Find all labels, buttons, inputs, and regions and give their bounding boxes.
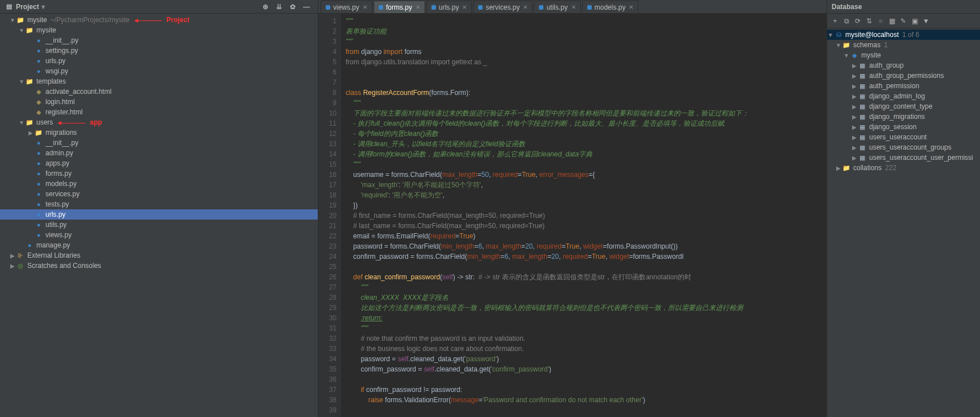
editor-tab[interactable]: urls.py✕ [426, 1, 472, 13]
db-tree-node[interactable]: ▶▦users_useraccount [827, 132, 980, 142]
db-tree-node[interactable]: ▼◆mysite [827, 50, 980, 60]
tree-node[interactable]: ●urls.py [0, 56, 318, 66]
tree-node[interactable]: ▼📁users◂———app [0, 117, 318, 127]
db-tree-node[interactable]: ▶▦users_useraccount_user_permissi [827, 152, 980, 163]
tree-node[interactable]: ◆activate_account.html [0, 86, 318, 97]
db-tree-node[interactable]: ▶▦auth_group_permissions [827, 71, 980, 81]
collapse-icon[interactable]: ⇊ [274, 2, 284, 12]
filter-icon[interactable]: ▼ [920, 15, 932, 27]
sync-icon[interactable]: ⇅ [863, 15, 875, 27]
db-tree-node[interactable]: ▶▦auth_permission [827, 81, 980, 91]
project-tree[interactable]: ▼📁mysite~/PycharmProjects/mysite◂———Proj… [0, 14, 318, 417]
project-header: ▤ Project ▾ ⊕ ⇊ ✿ — [0, 0, 318, 14]
line-gutter: 1234567891011121314151617181920212223242… [318, 14, 341, 417]
tree-node[interactable]: ●__init__.py [0, 138, 318, 148]
edit-icon[interactable]: ✎ [898, 15, 909, 27]
locate-icon[interactable]: ⊕ [260, 2, 271, 12]
db-tree-node[interactable]: ▶▦django_migrations [827, 112, 980, 122]
close-icon[interactable]: ✕ [629, 4, 633, 10]
tree-node[interactable]: ▼📁templates [0, 76, 318, 86]
tree-node[interactable]: ▶📁migrations [0, 127, 318, 138]
tree-node[interactable]: ●apps.py [0, 158, 318, 168]
close-icon[interactable]: ✕ [363, 4, 367, 10]
db-tree-node[interactable]: ▶▦django_session [827, 122, 980, 132]
database-tool-window: Database + ⧉ ⟳ ⇅ ■ ▦ ✎ ▣ ▼ ▼⛁mysite@loca… [827, 0, 980, 417]
database-header: Database [827, 0, 980, 14]
close-icon[interactable]: ✕ [416, 4, 420, 10]
db-tree-node[interactable]: ▶▦django_admin_log [827, 91, 980, 101]
editor-tab[interactable]: utils.py✕ [534, 1, 580, 13]
editor-tabs[interactable]: views.py✕forms.py✕urls.py✕services.py✕ut… [318, 0, 827, 14]
tree-node[interactable]: ●forms.py [0, 168, 318, 179]
database-title: Database [832, 3, 862, 11]
tree-node[interactable]: ▼📁mysite~/PycharmProjects/mysite◂———Proj… [0, 15, 318, 25]
db-tree-node[interactable]: ▶▦django_content_type [827, 101, 980, 112]
tree-node[interactable]: ◆login.html [0, 97, 318, 107]
code-editor[interactable]: 1234567891011121314151617181920212223242… [318, 14, 827, 417]
tree-node[interactable]: ●urls.py [0, 209, 318, 220]
hide-icon[interactable]: — [301, 2, 312, 12]
tree-node[interactable]: ●__init__.py [0, 35, 318, 46]
db-tree-node[interactable]: ▶📁collations222 [827, 163, 980, 173]
tree-node[interactable]: ▶⊪External Libraries [0, 250, 318, 261]
editor-tab[interactable]: services.py✕ [473, 1, 533, 13]
database-toolbar: + ⧉ ⟳ ⇅ ■ ▦ ✎ ▣ ▼ [827, 14, 980, 28]
refresh-icon[interactable]: ⟳ [852, 15, 863, 27]
db-tree-node[interactable]: ▶▦auth_group [827, 60, 980, 71]
db-tree-node[interactable]: ▶▦users_useraccount_groups [827, 142, 980, 152]
tree-node[interactable]: ▼📁mysite [0, 25, 318, 35]
tree-node[interactable]: ▶◎Scratches and Consoles [0, 261, 318, 271]
tree-node[interactable]: ●tests.py [0, 199, 318, 209]
close-icon[interactable]: ✕ [523, 4, 528, 10]
tree-node[interactable]: ●models.py [0, 179, 318, 189]
project-title: Project [16, 3, 39, 11]
editor-tab[interactable]: forms.py✕ [373, 1, 425, 13]
stop-icon[interactable]: ■ [875, 15, 886, 27]
project-icon: ▤ [5, 3, 14, 11]
code-area[interactable]: """ 表单验证功能 """ from django import forms … [341, 14, 827, 417]
db-tree-node[interactable]: ▼⛁mysite@localhost1 of 6 [827, 30, 980, 40]
editor-panel: views.py✕forms.py✕urls.py✕services.py✕ut… [318, 0, 827, 417]
add-icon[interactable]: + [829, 15, 841, 27]
tree-node[interactable]: ●views.py [0, 230, 318, 240]
tree-node[interactable]: ●settings.py [0, 46, 318, 56]
table-icon[interactable]: ▦ [886, 15, 898, 27]
database-tree[interactable]: ▼⛁mysite@localhost1 of 6▼📁schemas1▼◆mysi… [827, 28, 980, 417]
tree-node[interactable]: ◆register.html [0, 107, 318, 117]
editor-tab[interactable]: models.py✕ [582, 1, 639, 13]
duplicate-icon[interactable]: ⧉ [841, 15, 852, 27]
close-icon[interactable]: ✕ [571, 4, 576, 10]
tree-node[interactable]: ●admin.py [0, 148, 318, 158]
editor-tab[interactable]: views.py✕ [321, 1, 372, 13]
close-icon[interactable]: ✕ [462, 4, 467, 10]
db-tree-node[interactable]: ▼📁schemas1 [827, 40, 980, 50]
tree-node[interactable]: ●manage.py [0, 240, 318, 250]
settings-icon[interactable]: ✿ [288, 2, 298, 12]
tree-node[interactable]: ●services.py [0, 189, 318, 199]
tree-node[interactable]: ●wsgi.py [0, 66, 318, 76]
tree-node[interactable]: ●utils.py [0, 220, 318, 230]
project-tool-window: ▤ Project ▾ ⊕ ⇊ ✿ — ▼📁mysite~/PycharmPro… [0, 0, 318, 417]
console-icon[interactable]: ▣ [909, 15, 920, 27]
